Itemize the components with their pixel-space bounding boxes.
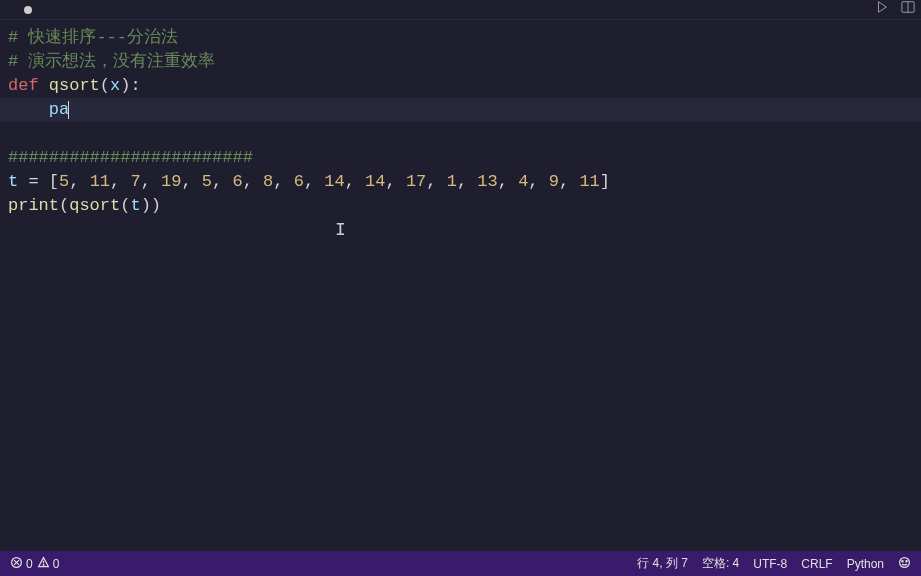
code-text: 19 bbox=[161, 172, 181, 191]
code-text: 6 bbox=[294, 172, 304, 191]
code-text: qsort bbox=[49, 76, 100, 95]
code-text: 17 bbox=[406, 172, 426, 191]
code-text: 14 bbox=[365, 172, 385, 191]
svg-point-11 bbox=[906, 560, 907, 561]
code-text: 11 bbox=[579, 172, 599, 191]
status-bar: 0 0 行 4, 列 7 空格: 4 UTF-8 CRLF Python bbox=[0, 551, 921, 576]
code-text: 8 bbox=[263, 172, 273, 191]
text-cursor-icon bbox=[68, 101, 69, 119]
code-text: 6 bbox=[232, 172, 242, 191]
indentation[interactable]: 空格: 4 bbox=[702, 555, 739, 572]
code-text: pa bbox=[49, 100, 69, 119]
svg-point-8 bbox=[43, 564, 44, 565]
code-text: t bbox=[8, 172, 18, 191]
split-editor-icon[interactable] bbox=[901, 0, 915, 19]
eol[interactable]: CRLF bbox=[801, 557, 832, 571]
code-text: 9 bbox=[549, 172, 559, 191]
mouse-cursor-icon: I bbox=[335, 218, 346, 242]
feedback-icon[interactable] bbox=[898, 556, 911, 572]
code-text: 1 bbox=[447, 172, 457, 191]
tab-modified-indicator-icon bbox=[24, 6, 32, 14]
tab-bar bbox=[0, 0, 921, 20]
code-text: qsort bbox=[69, 196, 120, 215]
code-text: 13 bbox=[477, 172, 497, 191]
run-icon[interactable] bbox=[875, 0, 889, 19]
warnings-count[interactable]: 0 bbox=[37, 556, 60, 572]
code-text: # 快速排序---分治法 bbox=[8, 28, 178, 47]
code-text: def bbox=[8, 76, 39, 95]
code-text: print bbox=[8, 196, 59, 215]
code-text: x bbox=[110, 76, 120, 95]
code-text: 14 bbox=[324, 172, 344, 191]
code-text: 4 bbox=[518, 172, 528, 191]
cursor-position[interactable]: 行 4, 列 7 bbox=[637, 555, 688, 572]
code-text: 5 bbox=[202, 172, 212, 191]
errors-value: 0 bbox=[26, 557, 33, 571]
code-text: 7 bbox=[130, 172, 140, 191]
code-editor[interactable]: # 快速排序---分治法 # 演示想法，没有注重效率 def qsort(x):… bbox=[0, 20, 921, 224]
warning-icon bbox=[37, 556, 50, 572]
svg-point-9 bbox=[900, 557, 910, 567]
errors-count[interactable]: 0 bbox=[10, 556, 33, 572]
encoding[interactable]: UTF-8 bbox=[753, 557, 787, 571]
code-text: 5 bbox=[59, 172, 69, 191]
code-text: ######################## bbox=[8, 148, 253, 167]
warnings-value: 0 bbox=[53, 557, 60, 571]
svg-marker-0 bbox=[879, 2, 887, 13]
code-text: 11 bbox=[90, 172, 110, 191]
code-text: t bbox=[130, 196, 140, 215]
code-text: # 演示想法，没有注重效率 bbox=[8, 52, 215, 71]
error-icon bbox=[10, 556, 23, 572]
svg-point-10 bbox=[902, 560, 903, 561]
language-mode[interactable]: Python bbox=[847, 557, 884, 571]
